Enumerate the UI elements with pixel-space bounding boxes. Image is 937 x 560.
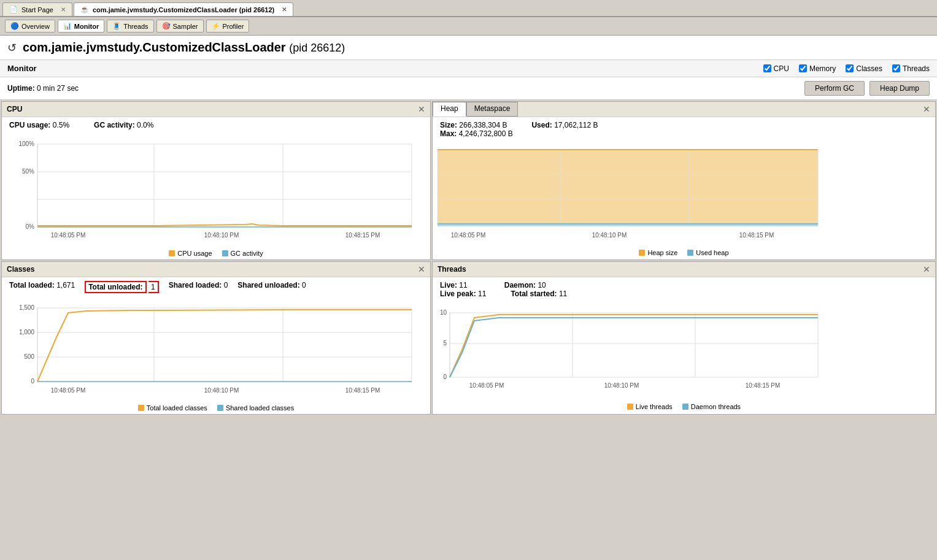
tab-metaspace[interactable]: Metaspace bbox=[466, 102, 519, 117]
threads-chart-area: 10 5 0 10:48:05 PM 10:48:10 PM 10:48:15 … bbox=[433, 302, 935, 401]
heap-panel-close[interactable]: ✕ bbox=[918, 102, 935, 117]
cpu-legend-cpu-label: CPU usage bbox=[177, 250, 212, 257]
total-unloaded-stat: Total unloaded: 1 bbox=[85, 281, 158, 293]
heap-chart: 200 MB 100 MB 0 MB 10:48:05 PM 10:48:10 … bbox=[438, 147, 830, 242]
gc-activity-stat: GC activity: 0.0% bbox=[94, 121, 153, 129]
tab-label-start: Start Page bbox=[21, 6, 53, 13]
page-title: com.jamie.jvmstudy.CustomizedClassLoader… bbox=[23, 40, 345, 55]
nav-monitor-label: Monitor bbox=[74, 23, 99, 30]
checkbox-cpu[interactable]: CPU bbox=[763, 64, 789, 73]
heap-panel-tabs: Heap Metaspace bbox=[433, 102, 918, 117]
svg-text:10:48:05 PM: 10:48:05 PM bbox=[469, 382, 504, 389]
cpu-stats-row: CPU usage: 0.5% GC activity: 0.0% bbox=[2, 117, 430, 133]
threads-chart: 10 5 0 10:48:05 PM 10:48:10 PM 10:48:15 … bbox=[438, 307, 830, 396]
tab-start-page[interactable]: 📄 Start Page ✕ bbox=[2, 2, 72, 16]
checkbox-classes-label: Classes bbox=[856, 64, 882, 73]
nav-sampler-label: Sampler bbox=[173, 23, 198, 30]
threads-panel: Threads ✕ Live: 11 Daemon: 10 Live peak:… bbox=[432, 261, 936, 415]
classes-legend-total-label: Total loaded classes bbox=[147, 404, 207, 412]
monitor-label: Monitor bbox=[7, 64, 37, 73]
classes-legend-total-dot bbox=[138, 405, 144, 411]
cpu-legend-cpu: CPU usage bbox=[169, 250, 212, 257]
classes-chart: 1,500 1,000 500 0 10:48:05 PM 10:48:10 P… bbox=[7, 302, 418, 397]
nav-profiler-label: Profiler bbox=[223, 23, 244, 30]
tab-main[interactable]: ☕ com.jamie.jvmstudy.CustomizedClassLoad… bbox=[74, 2, 293, 16]
cpu-legend-gc: GC activity bbox=[222, 250, 263, 257]
svg-text:10:48:15 PM: 10:48:15 PM bbox=[345, 387, 380, 394]
total-started-label: Total started: bbox=[511, 290, 557, 298]
threads-legend-live-label: Live threads bbox=[636, 403, 673, 410]
tab-bar: 📄 Start Page ✕ ☕ com.jamie.jvmstudy.Cust… bbox=[0, 0, 937, 17]
cpu-legend-gc-dot bbox=[222, 250, 228, 256]
svg-text:10:48:05 PM: 10:48:05 PM bbox=[51, 387, 86, 394]
overview-icon: 🔵 bbox=[10, 22, 19, 30]
threads-legend: Live threads Daemon threads bbox=[433, 401, 935, 413]
live-peak-label: Live peak: bbox=[440, 290, 476, 298]
svg-text:100%: 100% bbox=[18, 140, 34, 147]
threads-panel-close[interactable]: ✕ bbox=[923, 264, 930, 274]
monitor-header: Monitor CPU Memory Classes Threads bbox=[0, 60, 937, 77]
tab-icon-main: ☕ bbox=[80, 6, 89, 13]
checkbox-threads-input[interactable] bbox=[892, 64, 900, 72]
live-stat: Live: 11 bbox=[440, 281, 468, 290]
daemon-value: 10 bbox=[538, 281, 546, 290]
svg-text:0: 0 bbox=[443, 374, 447, 380]
nav-monitor[interactable]: 📊 Monitor bbox=[58, 20, 104, 33]
nav-threads-label: Threads bbox=[123, 23, 148, 30]
total-unloaded-label: Total unloaded: bbox=[85, 281, 146, 293]
nav-overview[interactable]: 🔵 Overview bbox=[5, 20, 55, 33]
checkbox-threads-label: Threads bbox=[903, 64, 930, 73]
heap-size-value: 266,338,304 B bbox=[459, 121, 507, 129]
uptime-value: 0 min 27 sec bbox=[37, 84, 79, 93]
checkbox-classes-input[interactable] bbox=[846, 64, 854, 72]
nav-sampler[interactable]: 🎯 Sampler bbox=[156, 20, 204, 33]
checkbox-cpu-input[interactable] bbox=[763, 64, 771, 72]
classes-legend-shared-dot bbox=[217, 405, 223, 411]
gc-activity-value: 0.0% bbox=[137, 121, 153, 129]
threads-legend-daemon-dot bbox=[682, 404, 688, 410]
checkbox-threads[interactable]: Threads bbox=[892, 64, 930, 73]
checkbox-memory-input[interactable] bbox=[799, 64, 807, 72]
tab-heap[interactable]: Heap bbox=[433, 102, 466, 117]
checkbox-cpu-label: CPU bbox=[774, 64, 789, 73]
title-pid: (pid 26612) bbox=[289, 42, 345, 54]
svg-text:10:48:15 PM: 10:48:15 PM bbox=[746, 382, 781, 389]
heap-max-row: Max: 4,246,732,800 B bbox=[433, 129, 935, 142]
gc-activity-label: GC activity: bbox=[94, 121, 135, 129]
heap-max-value: 4,246,732,800 B bbox=[459, 129, 513, 138]
shared-unloaded-stat: Shared unloaded: 0 bbox=[237, 281, 306, 293]
svg-text:10:48:15 PM: 10:48:15 PM bbox=[345, 232, 380, 239]
heap-legend-used: Used heap bbox=[687, 249, 728, 256]
cpu-panel: CPU ✕ CPU usage: 0.5% GC activity: 0.0% … bbox=[1, 101, 431, 260]
tab-close-start[interactable]: ✕ bbox=[61, 6, 66, 13]
svg-text:10:48:10 PM: 10:48:10 PM bbox=[592, 232, 627, 239]
classes-chart-area: 1,500 1,000 500 0 10:48:05 PM 10:48:10 P… bbox=[2, 297, 430, 402]
heap-legend-used-dot bbox=[687, 250, 693, 256]
tab-close-main[interactable]: ✕ bbox=[282, 6, 287, 13]
svg-text:10:48:15 PM: 10:48:15 PM bbox=[739, 232, 774, 239]
threads-legend-live: Live threads bbox=[627, 403, 673, 410]
perform-gc-button[interactable]: Perform GC bbox=[804, 81, 865, 96]
refresh-icon[interactable]: ↺ bbox=[7, 41, 17, 55]
live-peak-value: 11 bbox=[478, 290, 486, 298]
cpu-panel-title: CPU bbox=[7, 105, 22, 113]
cpu-usage-label: CPU usage: bbox=[9, 121, 50, 129]
checkbox-classes[interactable]: Classes bbox=[846, 64, 882, 73]
nav-threads[interactable]: 🧵 Threads bbox=[107, 20, 153, 33]
nav-profiler[interactable]: ⚡ Profiler bbox=[206, 20, 250, 33]
svg-text:10:48:05 PM: 10:48:05 PM bbox=[451, 232, 486, 239]
heap-max-stat: Max: 4,246,732,800 B bbox=[440, 129, 513, 138]
heap-dump-button[interactable]: Heap Dump bbox=[870, 81, 930, 96]
svg-text:10: 10 bbox=[440, 309, 447, 316]
svg-text:50%: 50% bbox=[22, 168, 34, 175]
cpu-chart-area: 100% 50% 0% 10:48:05 PM 10:48:10 PM 10:4… bbox=[2, 133, 430, 247]
total-loaded-stat: Total loaded: 1,671 bbox=[9, 281, 75, 293]
heap-used-label: Used: bbox=[531, 121, 552, 129]
svg-text:0%: 0% bbox=[26, 223, 35, 230]
nav-bar: 🔵 Overview 📊 Monitor 🧵 Threads 🎯 Sampler… bbox=[0, 17, 937, 36]
heap-legend-used-label: Used heap bbox=[696, 249, 728, 256]
cpu-panel-close[interactable]: ✕ bbox=[418, 104, 425, 114]
classes-panel-close[interactable]: ✕ bbox=[418, 264, 425, 274]
total-loaded-label: Total loaded: bbox=[9, 281, 55, 290]
checkbox-memory[interactable]: Memory bbox=[799, 64, 836, 73]
